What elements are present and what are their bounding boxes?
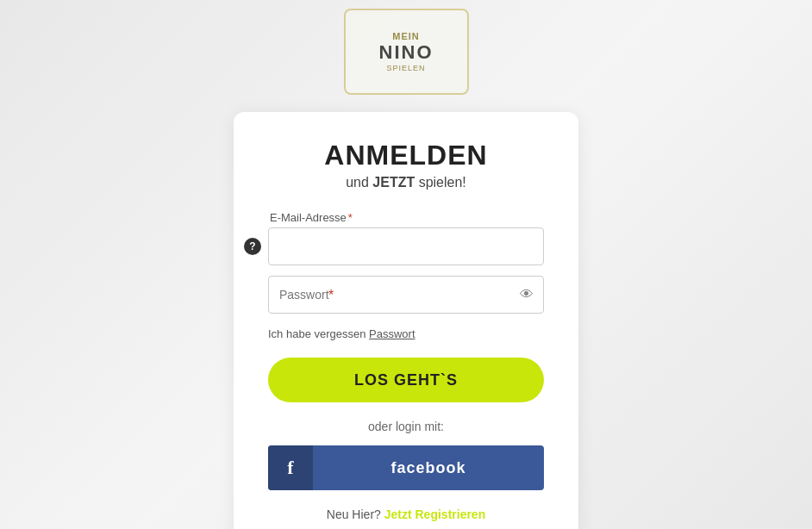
submit-button[interactable]: LOS GEHT`S: [268, 358, 544, 402]
facebook-label: facebook: [313, 459, 544, 477]
subtitle-pre: und: [346, 175, 372, 190]
page-subtitle: und JETZT spielen!: [346, 175, 466, 190]
password-required: *: [328, 288, 334, 303]
logo-text-sub: SPIELEN: [386, 64, 425, 72]
password-group: * 👁: [268, 276, 544, 314]
facebook-icon-area: f: [268, 445, 313, 490]
email-group: E-Mail-Adresse* ?: [268, 211, 544, 265]
logo-box: MEIN NINO SPIELEN: [344, 9, 469, 95]
logo-text-main: NINO: [379, 41, 434, 64]
password-input-wrapper: * 👁: [268, 276, 544, 314]
page-container: MEIN NINO SPIELEN ANMELDEN und JETZT spi…: [0, 0, 812, 529]
facebook-f-icon: f: [287, 457, 293, 479]
logo-area: MEIN NINO SPIELEN: [344, 9, 469, 95]
register-line: Neu Hier? Jetzt Registrieren: [327, 507, 485, 521]
register-prefix: Neu Hier?: [327, 507, 384, 521]
email-label: E-Mail-Adresse*: [268, 211, 544, 224]
subtitle-highlight: JETZT: [372, 175, 415, 190]
email-input[interactable]: [268, 227, 544, 265]
or-login-text: oder login mit:: [368, 420, 444, 433]
forgot-password-line: Ich habe vergessen Passwort: [268, 327, 544, 340]
login-form-container: ANMELDEN und JETZT spielen! E-Mail-Adres…: [234, 112, 578, 529]
register-link[interactable]: Jetzt Registrieren: [384, 507, 485, 521]
email-required: *: [348, 211, 353, 224]
facebook-login-button[interactable]: f facebook: [268, 445, 544, 490]
forgot-password-link[interactable]: Passwort: [369, 327, 415, 340]
password-input[interactable]: [268, 276, 544, 314]
page-title: ANMELDEN: [324, 140, 487, 171]
forgot-prefix: Ich habe vergessen: [268, 327, 369, 340]
password-visibility-toggle-icon[interactable]: 👁: [520, 287, 534, 302]
help-icon[interactable]: ?: [244, 238, 261, 255]
email-input-wrapper: ?: [268, 227, 544, 265]
logo-text-top: MEIN: [392, 31, 420, 41]
subtitle-post: spielen!: [415, 175, 466, 190]
